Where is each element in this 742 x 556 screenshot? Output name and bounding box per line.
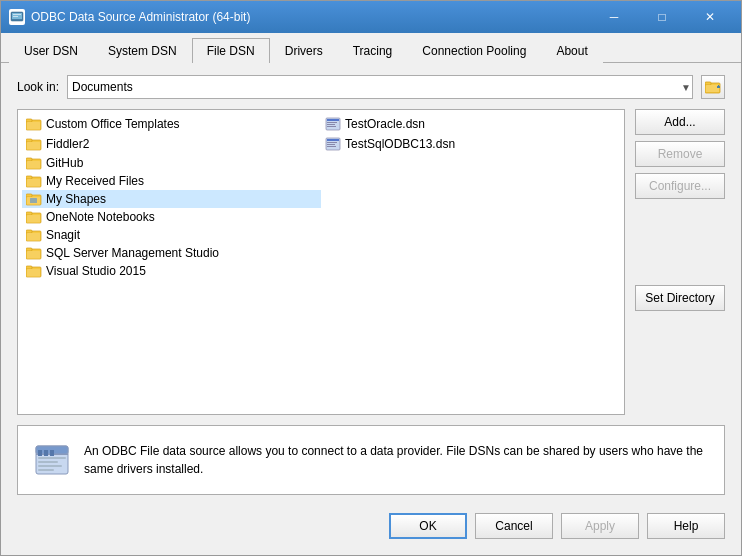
svg-rect-26 bbox=[26, 158, 32, 161]
close-button[interactable]: ✕ bbox=[687, 7, 733, 27]
folder-icon bbox=[26, 157, 42, 170]
main-area: Custom Office Templates TestOracle.dsn F… bbox=[17, 109, 725, 415]
list-item[interactable]: Fiddler2 bbox=[22, 134, 321, 154]
window-title: ODBC Data Source Administrator (64-bit) bbox=[31, 10, 250, 24]
lookin-row: Look in: Documents ▼ bbox=[17, 75, 725, 99]
configure-button[interactable]: Configure... bbox=[635, 173, 725, 199]
svg-rect-30 bbox=[27, 179, 40, 187]
svg-rect-52 bbox=[50, 450, 54, 456]
lookin-select-wrapper: Documents ▼ bbox=[67, 75, 693, 99]
svg-rect-22 bbox=[327, 142, 337, 143]
folder-icon bbox=[26, 118, 42, 131]
dsn-icon bbox=[325, 136, 341, 152]
add-button[interactable]: Add... bbox=[635, 109, 725, 135]
svg-rect-37 bbox=[27, 215, 40, 223]
file-name: Snagit bbox=[46, 228, 80, 242]
file-name: Visual Studio 2015 bbox=[46, 264, 146, 278]
maximize-button[interactable]: □ bbox=[639, 7, 685, 27]
browse-folder-button[interactable] bbox=[701, 75, 725, 99]
svg-rect-55 bbox=[38, 465, 62, 467]
svg-rect-11 bbox=[27, 122, 40, 130]
info-box: An ODBC File data source allows you to c… bbox=[17, 425, 725, 495]
list-item[interactable]: Visual Studio 2015 bbox=[22, 262, 321, 280]
list-item[interactable]: OneNote Notebooks bbox=[22, 208, 321, 226]
title-controls: ─ □ ✕ bbox=[591, 7, 733, 27]
list-item[interactable]: TestOracle.dsn bbox=[321, 114, 620, 134]
svg-rect-45 bbox=[26, 266, 32, 269]
tabs-bar: User DSN System DSN File DSN Drivers Tra… bbox=[1, 33, 741, 63]
folder-icon bbox=[26, 229, 42, 242]
file-name: OneNote Notebooks bbox=[46, 210, 155, 224]
tab-content: Look in: Documents ▼ bbox=[1, 63, 741, 555]
svg-rect-39 bbox=[26, 230, 32, 233]
svg-rect-34 bbox=[30, 198, 37, 203]
lookin-select[interactable]: Documents bbox=[67, 75, 693, 99]
folder-icon bbox=[26, 265, 42, 278]
help-button[interactable]: Help bbox=[647, 513, 725, 539]
tab-system-dsn[interactable]: System DSN bbox=[93, 38, 192, 63]
tab-tracing[interactable]: Tracing bbox=[338, 38, 408, 63]
tab-connection-pooling[interactable]: Connection Pooling bbox=[407, 38, 541, 63]
remove-button[interactable]: Remove bbox=[635, 141, 725, 167]
list-item[interactable]: My Received Files bbox=[22, 172, 321, 190]
file-list: Custom Office Templates TestOracle.dsn F… bbox=[17, 109, 625, 415]
file-name: TestOracle.dsn bbox=[345, 117, 425, 131]
svg-rect-18 bbox=[26, 139, 32, 142]
list-item[interactable]: My Shapes bbox=[22, 190, 321, 208]
svg-rect-46 bbox=[27, 269, 40, 277]
file-name: SQL Server Management Studio bbox=[46, 246, 219, 260]
svg-rect-50 bbox=[38, 450, 42, 456]
side-buttons: Add... Remove Configure... Set Directory bbox=[635, 109, 725, 415]
svg-rect-23 bbox=[327, 144, 335, 145]
dsn-icon bbox=[325, 116, 341, 132]
svg-rect-51 bbox=[44, 450, 48, 456]
tab-file-dsn[interactable]: File DSN bbox=[192, 38, 270, 63]
svg-rect-3 bbox=[13, 16, 18, 17]
file-name: My Received Files bbox=[46, 174, 144, 188]
folder-icon bbox=[26, 247, 42, 260]
folder-icon bbox=[26, 138, 42, 151]
svg-rect-10 bbox=[26, 119, 32, 122]
minimize-button[interactable]: ─ bbox=[591, 7, 637, 27]
list-item[interactable]: TestSqlODBC13.dsn bbox=[321, 134, 620, 154]
svg-rect-13 bbox=[327, 119, 339, 121]
svg-rect-16 bbox=[327, 126, 336, 127]
svg-rect-42 bbox=[26, 248, 32, 251]
folder-icon bbox=[26, 175, 42, 188]
file-name: Fiddler2 bbox=[46, 137, 89, 151]
svg-rect-40 bbox=[27, 233, 40, 241]
tab-about[interactable]: About bbox=[541, 38, 602, 63]
list-item[interactable]: GitHub bbox=[22, 154, 321, 172]
list-item[interactable]: Custom Office Templates bbox=[22, 114, 321, 134]
file-name: GitHub bbox=[46, 156, 83, 170]
main-window: ODBC Data Source Administrator (64-bit) … bbox=[0, 0, 742, 556]
svg-rect-21 bbox=[327, 139, 339, 141]
svg-rect-53 bbox=[38, 457, 66, 459]
file-name: Custom Office Templates bbox=[46, 117, 180, 131]
svg-rect-54 bbox=[38, 461, 58, 463]
svg-rect-24 bbox=[327, 146, 336, 147]
list-item[interactable]: SQL Server Management Studio bbox=[22, 244, 321, 262]
file-name: My Shapes bbox=[46, 192, 106, 206]
list-item[interactable]: Snagit bbox=[22, 226, 321, 244]
ok-button[interactable]: OK bbox=[389, 513, 467, 539]
set-directory-button[interactable]: Set Directory bbox=[635, 285, 725, 311]
app-icon bbox=[9, 9, 25, 25]
info-text: An ODBC File data source allows you to c… bbox=[84, 442, 710, 478]
svg-rect-27 bbox=[27, 161, 40, 169]
svg-rect-15 bbox=[327, 124, 335, 125]
bottom-buttons: OK Cancel Apply Help bbox=[17, 505, 725, 543]
database-icon bbox=[32, 440, 72, 480]
folder-icon bbox=[26, 193, 42, 206]
svg-rect-2 bbox=[13, 14, 21, 15]
file-name: TestSqlODBC13.dsn bbox=[345, 137, 455, 151]
tab-drivers[interactable]: Drivers bbox=[270, 38, 338, 63]
svg-rect-32 bbox=[26, 194, 32, 197]
cancel-button[interactable]: Cancel bbox=[475, 513, 553, 539]
folder-icon bbox=[26, 211, 42, 224]
tab-user-dsn[interactable]: User DSN bbox=[9, 38, 93, 63]
svg-rect-43 bbox=[27, 251, 40, 259]
svg-rect-5 bbox=[705, 82, 711, 85]
svg-rect-56 bbox=[38, 469, 54, 471]
apply-button[interactable]: Apply bbox=[561, 513, 639, 539]
